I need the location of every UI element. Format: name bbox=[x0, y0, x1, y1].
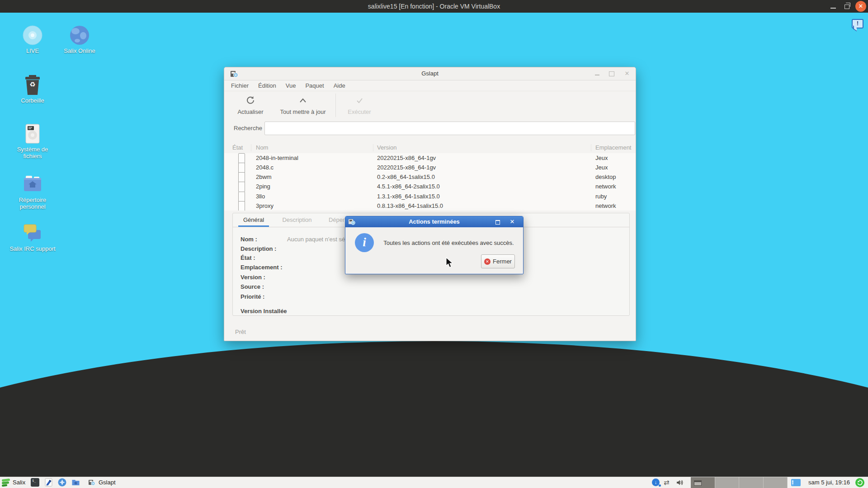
taskbar-clock[interactable]: sam 5 jui, 19:16 bbox=[806, 477, 853, 488]
live-session-tray-icon[interactable] bbox=[855, 478, 864, 487]
dialog-maximize-button[interactable] bbox=[493, 216, 503, 227]
table-row[interactable]: 2048-in-terminal 20220215-x86_64-1gv Jeu… bbox=[224, 153, 636, 163]
notification-bubble-icon[interactable]: ! bbox=[852, 19, 863, 28]
salix-menu-button[interactable] bbox=[1, 479, 11, 488]
updates-tray-icon[interactable]: ↓ bbox=[652, 479, 660, 486]
package-checkbox[interactable] bbox=[238, 163, 245, 173]
salix-menu-label[interactable]: Salix bbox=[13, 477, 25, 488]
package-version: 4.5.1-x86_64-2salix15.0 bbox=[377, 182, 440, 191]
table-row[interactable]: 2ping 4.5.1-x86_64-2salix15.0 network bbox=[224, 182, 636, 191]
desktop-icon-home[interactable]: Répertoire personnel bbox=[9, 174, 56, 210]
terminal-launcher-icon[interactable]: $_ bbox=[31, 478, 39, 487]
header-nom[interactable]: Nom bbox=[256, 142, 268, 153]
tab-general[interactable]: Général bbox=[236, 213, 271, 227]
package-checkbox[interactable] bbox=[238, 182, 245, 192]
table-row[interactable]: 2048.c 20220215-x86_64-1gv Jeux bbox=[224, 163, 636, 172]
search-input[interactable] bbox=[264, 122, 635, 135]
menu-vue[interactable]: Vue bbox=[286, 82, 296, 89]
field-label-description: Description : bbox=[241, 245, 276, 252]
field-label-nom: Nom : bbox=[241, 236, 257, 243]
refresh-button[interactable]: Actualiser bbox=[229, 91, 272, 120]
dialog-titlebar[interactable]: Actions terminées ✕ bbox=[345, 216, 523, 227]
show-desktop-icon[interactable] bbox=[791, 479, 801, 486]
desktop-icon-live[interactable]: LIVE bbox=[9, 24, 56, 54]
browser-launcher-icon[interactable] bbox=[58, 478, 66, 488]
gslapt-menubar: Fichier Édition Vue Paquet Aide bbox=[224, 80, 636, 91]
taskbar: Salix $_ Gslapt ↓ ⇄ sam 5 jui, 19:16 bbox=[0, 477, 868, 488]
desktop-icon-label: Salix Online bbox=[56, 47, 103, 54]
vbox-close-button[interactable]: ✕ bbox=[855, 1, 866, 12]
fermer-button[interactable]: ✕ Fermer bbox=[481, 254, 515, 268]
gslapt-titlebar[interactable]: Gslapt ✕ bbox=[224, 67, 636, 80]
header-version[interactable]: Version bbox=[377, 142, 396, 153]
menu-edition[interactable]: Édition bbox=[258, 82, 276, 89]
gslapt-toolbar: Actualiser Tout mettre à jour Exécuter bbox=[224, 91, 636, 120]
gslapt-task-button[interactable]: Gslapt bbox=[99, 477, 116, 488]
package-version: 0.8.13-x86_64-1salix15.0 bbox=[377, 201, 443, 211]
desktop: LIVE Salix Online ♻ Corbeille Système de… bbox=[0, 13, 868, 477]
mouse-cursor bbox=[445, 257, 456, 271]
package-checkbox[interactable] bbox=[238, 201, 245, 211]
package-checkbox[interactable] bbox=[238, 192, 245, 202]
desktop-icon-salix-online[interactable]: Salix Online bbox=[56, 24, 103, 54]
field-label-version: Version : bbox=[241, 274, 265, 281]
field-label-etat: État : bbox=[241, 254, 255, 261]
desktop-icon-label: Répertoire personnel bbox=[9, 197, 56, 210]
gslapt-close-button[interactable]: ✕ bbox=[622, 67, 632, 80]
text-editor-launcher-icon[interactable] bbox=[44, 478, 53, 488]
package-name: 2ping bbox=[256, 182, 270, 191]
dialog-close-button[interactable]: ✕ bbox=[507, 216, 517, 227]
harddrive-icon bbox=[9, 123, 56, 145]
header-etat[interactable]: État bbox=[232, 142, 243, 153]
dialog-message: Toutes les actions ont été exécutées ave… bbox=[378, 239, 519, 246]
volume-tray-icon[interactable] bbox=[676, 479, 684, 488]
terminal-glyph: $_ bbox=[32, 479, 36, 483]
workspace-2[interactable] bbox=[715, 477, 740, 488]
table-header: État Nom Version Emplacement bbox=[224, 142, 636, 154]
upgrade-all-button[interactable]: Tout mettre à jour bbox=[272, 91, 334, 120]
package-checkbox[interactable] bbox=[238, 172, 245, 183]
home-folder-icon bbox=[9, 174, 56, 195]
package-location: Jeux bbox=[595, 153, 608, 163]
tab-description[interactable]: Description bbox=[276, 213, 318, 227]
table-row[interactable]: 2bwm 0.2-x86_64-1salix15.0 desktop bbox=[224, 172, 636, 182]
checkmark-icon bbox=[354, 95, 364, 107]
gslapt-maximize-button[interactable] bbox=[607, 67, 617, 80]
menu-aide[interactable]: Aide bbox=[334, 82, 345, 89]
execute-button[interactable]: Exécuter bbox=[338, 91, 381, 120]
cancel-cross-icon: ✕ bbox=[484, 258, 491, 265]
package-name: 3proxy bbox=[256, 201, 274, 211]
workspace-switcher bbox=[691, 477, 788, 488]
package-list: 2048-in-terminal 20220215-x86_64-1gv Jeu… bbox=[224, 153, 636, 211]
package-version: 20220215-x86_64-1gv bbox=[377, 153, 436, 163]
file-manager-launcher-icon[interactable] bbox=[71, 478, 80, 488]
menu-fichier[interactable]: Fichier bbox=[231, 82, 249, 89]
header-emplacement[interactable]: Emplacement bbox=[595, 142, 631, 153]
desktop-icon-label: Système de fichiers bbox=[9, 146, 56, 160]
menu-paquet[interactable]: Paquet bbox=[305, 82, 324, 89]
field-label-version-installee: Version Installée bbox=[241, 308, 287, 314]
cd-disc-icon bbox=[9, 24, 56, 46]
gslapt-task-icon[interactable] bbox=[89, 479, 95, 488]
package-name: 3llo bbox=[256, 192, 265, 201]
desktop-icon-irc[interactable]: Salix IRC support bbox=[9, 222, 56, 252]
vbox-minimize-button[interactable] bbox=[829, 0, 838, 13]
gslapt-window: Gslapt ✕ Fichier Édition Vue Paquet Aide… bbox=[224, 67, 636, 341]
execute-label: Exécuter bbox=[348, 108, 371, 115]
workspace-3[interactable] bbox=[739, 477, 764, 488]
vbox-restore-button[interactable] bbox=[843, 0, 852, 13]
recycle-glyph: ♻ bbox=[9, 80, 56, 89]
desktop-icon-filesystem[interactable]: Système de fichiers bbox=[9, 123, 56, 160]
field-label-source: Source : bbox=[241, 283, 264, 290]
salix-logo-icon bbox=[1, 480, 11, 488]
toolbar-separator bbox=[335, 94, 336, 117]
desktop-icon-label: LIVE bbox=[9, 47, 56, 54]
gslapt-minimize-button[interactable] bbox=[592, 67, 602, 80]
workspace-4[interactable] bbox=[764, 477, 788, 488]
workspace-1[interactable] bbox=[691, 477, 715, 488]
table-row[interactable]: 3proxy 0.8.13-x86_64-1salix15.0 network bbox=[224, 201, 636, 211]
table-row[interactable]: 3llo 1.3.1-x86_64-1salix15.0 ruby bbox=[224, 192, 636, 201]
network-tray-icon[interactable]: ⇄ bbox=[664, 477, 670, 488]
desktop-icon-corbeille[interactable]: ♻ Corbeille bbox=[9, 74, 56, 104]
package-checkbox[interactable] bbox=[238, 153, 245, 164]
